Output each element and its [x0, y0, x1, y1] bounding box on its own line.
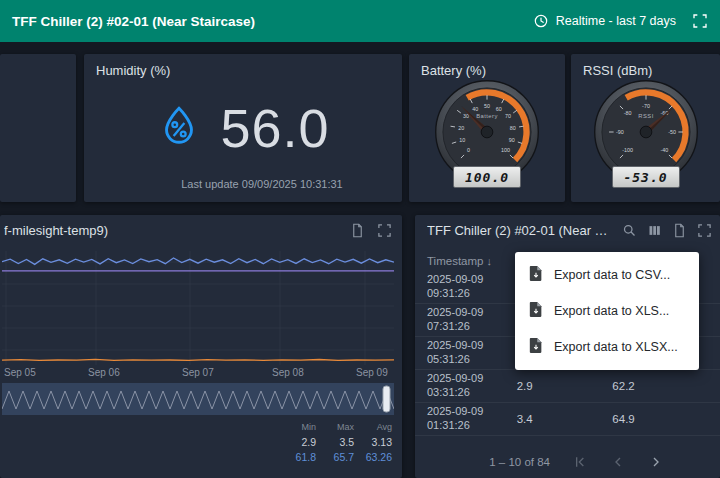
widget-title: f-milesight-temp9): [4, 223, 108, 238]
range-preview: [2, 383, 394, 415]
rssi-reading: -53.0: [612, 166, 680, 188]
search-icon[interactable]: [622, 223, 637, 238]
svg-text:60: 60: [496, 106, 502, 112]
fullscreen-icon[interactable]: [377, 223, 392, 238]
series-humidity: [2, 258, 394, 264]
humidity-value: 56.0: [220, 101, 329, 155]
export-icon[interactable]: [350, 223, 365, 238]
dashboard-title: TFF Chiller (2) #02-01 (Near Staircase): [12, 14, 255, 29]
widget-title: RSSI (dBm): [571, 54, 720, 78]
battery-reading: 100.0: [453, 166, 521, 188]
svg-text:100: 100: [501, 147, 510, 153]
timewindow-label: Realtime - last 7 days: [556, 14, 676, 28]
table-pagination: 1 – 10 of 84: [415, 454, 720, 470]
svg-text:-40: -40: [660, 147, 668, 153]
svg-text:40: 40: [472, 106, 478, 112]
svg-text:-50: -50: [668, 129, 676, 135]
clock-icon: [533, 13, 549, 29]
value-cell: 64.9: [612, 413, 708, 425]
table-row[interactable]: 2025-09-0901:31:263.464.9: [415, 403, 720, 436]
svg-text:-70: -70: [642, 103, 650, 109]
stats-header: Max: [316, 421, 354, 435]
svg-text:-80: -80: [623, 110, 631, 116]
partial-widget: [0, 54, 76, 202]
timewindow-button[interactable]: Realtime - last 7 days: [533, 13, 676, 29]
sort-desc-icon: ↓: [486, 255, 492, 267]
export-file-icon: [529, 337, 543, 357]
export-dropdown-menu: Export data to CSV...Export data to XLS.…: [515, 252, 699, 370]
x-axis-label: Sep 05: [4, 367, 36, 378]
svg-text:RSSI: RSSI: [638, 113, 653, 119]
x-axis-label: Sep 06: [88, 367, 120, 378]
export-icon[interactable]: [672, 223, 687, 238]
export-menu-item[interactable]: Export data to XLSX...: [515, 329, 699, 365]
svg-text:30: 30: [463, 113, 469, 119]
stats-header: Avg: [354, 421, 392, 435]
timestamp-cell: 2025-09-0907:31:26: [427, 306, 517, 334]
pagination-range-label: 1 – 10 of 84: [489, 456, 550, 468]
export-file-icon: [529, 301, 543, 321]
previous-page-icon[interactable]: [610, 454, 626, 470]
timestamp-cell: 2025-09-0909:31:26: [427, 273, 517, 301]
svg-text:70: 70: [505, 113, 511, 119]
svg-text:80: 80: [510, 125, 516, 131]
x-axis-label: Sep 07: [182, 367, 214, 378]
humidity-icon: [156, 103, 202, 153]
timestamp-cell: 2025-09-0903:31:26: [427, 372, 517, 400]
battery-widget: Battery (%) Battery 01020304050607080901…: [409, 54, 565, 202]
svg-text:50: 50: [484, 103, 490, 109]
dashboard: TFF Chiller (2) #02-01 (Near Staircase) …: [0, 0, 720, 478]
stats-row: 2.93.53.13: [278, 435, 392, 451]
x-axis: Sep 05Sep 06Sep 07Sep 08Sep 09: [0, 367, 402, 381]
fullscreen-icon[interactable]: [697, 223, 712, 238]
timeseries-table-widget: TFF Chiller (2) #02-01 (Near Stairca... …: [415, 215, 720, 478]
timeseries-chart-widget: f-milesight-temp9) Sep 05Sep 06Sep 07Sep: [0, 215, 402, 478]
value-cell: 3.4: [517, 413, 613, 425]
last-update-label: Last update 09/09/2025 10:31:31: [130, 178, 394, 194]
timestamp-cell: 2025-09-0905:31:26: [427, 339, 517, 367]
svg-text:20: 20: [458, 125, 464, 131]
column-header-timestamp[interactable]: Timestamp ↓: [427, 255, 492, 267]
svg-text:Battery: Battery: [476, 113, 498, 119]
export-menu-item-label: Export data to XLS...: [554, 304, 669, 318]
x-axis-label: Sep 09: [356, 367, 388, 378]
stats-header: Min: [278, 421, 316, 435]
fullscreen-icon[interactable]: [692, 13, 708, 29]
export-menu-item[interactable]: Export data to XLS...: [515, 293, 699, 329]
export-file-icon: [529, 265, 543, 285]
svg-text:10: 10: [459, 137, 465, 143]
first-page-icon[interactable]: [572, 454, 588, 470]
next-page-icon[interactable]: [648, 454, 664, 470]
export-menu-item-label: Export data to XLSX...: [554, 340, 678, 354]
dashboard-header: TFF Chiller (2) #02-01 (Near Staircase) …: [0, 0, 720, 42]
x-axis-label: Sep 08: [272, 367, 304, 378]
value-cell: 62.2: [612, 380, 708, 392]
widget-title: Humidity (%): [84, 54, 402, 78]
export-menu-item[interactable]: Export data to CSV...: [515, 257, 699, 293]
svg-text:-90: -90: [616, 129, 624, 135]
columns-icon[interactable]: [647, 223, 662, 238]
svg-text:0: 0: [467, 147, 470, 153]
svg-text:-100: -100: [622, 147, 633, 153]
range-handle: [383, 386, 390, 412]
line-chart[interactable]: [2, 251, 394, 365]
stats-row: 61.865.763.26: [278, 450, 392, 466]
svg-text:90: 90: [509, 137, 515, 143]
chart-legend-stats: MinMaxAvg2.93.53.1361.865.763.26: [278, 421, 392, 466]
series-temperature: [2, 359, 394, 360]
export-menu-item-label: Export data to CSV...: [554, 268, 670, 282]
widget-title: TFF Chiller (2) #02-01 (Near Stairca...: [427, 223, 612, 238]
timestamp-cell: 2025-09-0901:31:26: [427, 405, 517, 433]
widget-title: Battery (%): [409, 54, 565, 78]
chart-range-selector[interactable]: [2, 383, 394, 415]
value-cell: 2.9: [517, 380, 613, 392]
humidity-widget: Humidity (%) 56.0 Last update 09/09/2025…: [84, 54, 402, 202]
rssi-widget: RSSI (dBm) RSSI -100-90-80-70-60-50-40 -…: [571, 54, 720, 202]
table-row[interactable]: 2025-09-0903:31:262.962.2: [415, 370, 720, 403]
